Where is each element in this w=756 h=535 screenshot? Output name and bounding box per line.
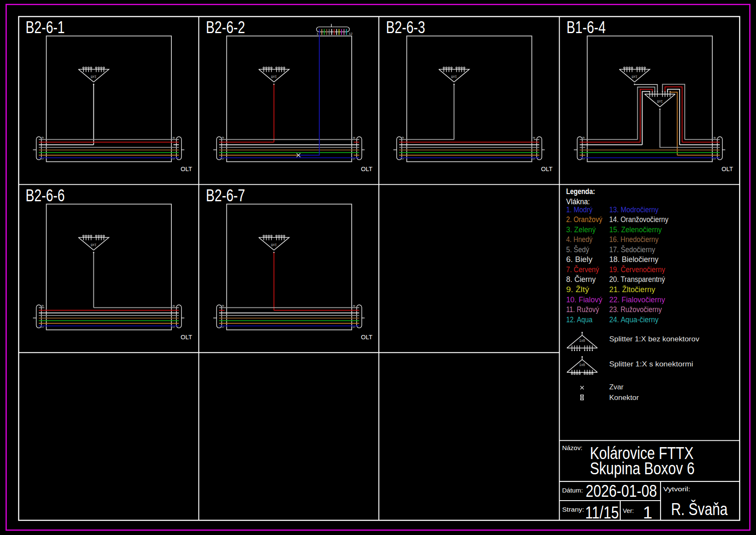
svg-text:9. Žltý: 9. Žltý xyxy=(566,285,589,294)
svg-text:11. Ružový: 11. Ružový xyxy=(566,305,599,314)
svg-text:Strany:: Strany: xyxy=(562,506,584,513)
svg-text:15. Zelenočierny: 15. Zelenočierny xyxy=(609,225,662,234)
svg-text:10. Fialový: 10. Fialový xyxy=(566,296,602,304)
svg-text:12. Aqua: 12. Aqua xyxy=(566,315,593,324)
svg-text:22. Fialovočierny: 22. Fialovočierny xyxy=(609,296,665,304)
svg-text:8: 8 xyxy=(172,137,176,138)
svg-text:8: 8 xyxy=(352,137,356,138)
svg-text:Splitter 1:X s konektormi: Splitter 1:X s konektormi xyxy=(609,360,693,368)
svg-text:17. Šedočierny: 17. Šedočierny xyxy=(609,245,655,254)
svg-text:1. Modrý: 1. Modrý xyxy=(566,206,593,214)
svg-text:8. Čierny: 8. Čierny xyxy=(566,275,596,284)
svg-text:5. Šedý: 5. Šedý xyxy=(566,245,589,254)
svg-text:14. Oranžovočierny: 14. Oranžovočierny xyxy=(609,215,669,224)
svg-text:B2-6-6: B2-6-6 xyxy=(25,186,65,205)
svg-text:1: 1 xyxy=(172,158,176,160)
svg-text:OLT: OLT xyxy=(181,166,192,172)
svg-text:1x8: 1x8 xyxy=(632,75,638,79)
svg-text:8: 8 xyxy=(41,137,45,138)
svg-text:Legenda:: Legenda: xyxy=(566,187,595,196)
svg-text:Skupina Boxov 6: Skupina Boxov 6 xyxy=(590,459,694,478)
svg-text:1: 1 xyxy=(221,158,225,160)
svg-text:Zvar: Zvar xyxy=(609,383,624,391)
svg-text:Splitter 1:X bez konektorov: Splitter 1:X bez konektorov xyxy=(609,335,700,343)
svg-text:1: 1 xyxy=(316,32,319,36)
svg-text:OLT: OLT xyxy=(361,166,372,172)
svg-text:R. Švaňa: R. Švaňa xyxy=(671,500,728,518)
svg-text:12: 12 xyxy=(349,32,353,36)
svg-text:20. Transparentný: 20. Transparentný xyxy=(609,275,665,284)
svg-text:8: 8 xyxy=(713,137,717,138)
svg-text:Konektor: Konektor xyxy=(609,394,639,402)
svg-text:21. Žltočierny: 21. Žltočierny xyxy=(609,285,655,294)
svg-text:8: 8 xyxy=(221,137,225,138)
svg-text:3. Zelený: 3. Zelený xyxy=(566,225,596,234)
svg-text:2. Oranžový: 2. Oranžový xyxy=(566,215,602,224)
svg-text:1: 1 xyxy=(532,158,536,160)
svg-text:B2-6-7: B2-6-7 xyxy=(206,186,245,205)
svg-text:OLT: OLT xyxy=(541,166,552,172)
svg-text:7. Červený: 7. Červený xyxy=(566,265,599,274)
svg-text:1x8: 1x8 xyxy=(91,75,97,79)
svg-text:OLT: OLT xyxy=(181,334,192,341)
svg-text:Vlákna:: Vlákna: xyxy=(566,197,590,206)
svg-text:B1-6-4: B1-6-4 xyxy=(566,18,606,37)
svg-text:8: 8 xyxy=(532,137,536,138)
svg-text:8: 8 xyxy=(172,305,176,307)
svg-text:2026-01-08: 2026-01-08 xyxy=(586,482,657,500)
svg-text:1x8: 1x8 xyxy=(271,75,277,79)
svg-text:6. Biely: 6. Biely xyxy=(566,255,593,264)
svg-text:OLT: OLT xyxy=(361,334,372,341)
svg-text:1x8: 1x8 xyxy=(451,75,457,79)
svg-text:Vytvoril:: Vytvoril: xyxy=(663,485,690,493)
svg-text:1x8: 1x8 xyxy=(579,338,585,343)
svg-text:B2-6-3: B2-6-3 xyxy=(386,18,426,37)
svg-text:19. Červenočierny: 19. Červenočierny xyxy=(609,265,665,274)
svg-text:1: 1 xyxy=(41,326,45,328)
svg-text:1: 1 xyxy=(352,158,356,160)
svg-text:B2-6-1: B2-6-1 xyxy=(25,18,65,37)
svg-text:8: 8 xyxy=(582,137,585,138)
svg-text:23. Ružovočierny: 23. Ružovočierny xyxy=(609,305,662,314)
svg-text:8: 8 xyxy=(401,137,405,138)
svg-text:1: 1 xyxy=(643,503,652,522)
svg-text:24. Aqua-čierny: 24. Aqua-čierny xyxy=(609,315,658,324)
svg-text:8: 8 xyxy=(221,305,225,307)
svg-text:Dátum:: Dátum: xyxy=(562,487,583,494)
svg-text:1: 1 xyxy=(41,158,45,160)
svg-text:11/15: 11/15 xyxy=(585,503,619,522)
svg-text:Názov:: Názov: xyxy=(562,444,582,451)
svg-text:1: 1 xyxy=(582,158,585,160)
svg-text:1: 1 xyxy=(401,158,405,160)
svg-text:16. Hnedočierny: 16. Hnedočierny xyxy=(609,235,658,244)
svg-text:8: 8 xyxy=(352,305,356,307)
svg-text:OLT: OLT xyxy=(722,166,733,172)
svg-text:1x8: 1x8 xyxy=(271,243,277,247)
svg-text:1x8: 1x8 xyxy=(91,243,97,247)
svg-text:1: 1 xyxy=(352,326,356,328)
svg-text:8: 8 xyxy=(41,305,45,307)
svg-text:B2-6-2: B2-6-2 xyxy=(206,18,245,37)
svg-text:13. Modročierny: 13. Modročierny xyxy=(609,206,658,214)
svg-text:Ver:: Ver: xyxy=(623,507,634,514)
svg-text:1: 1 xyxy=(713,158,717,160)
svg-text:1x8: 1x8 xyxy=(579,363,585,367)
svg-text:4. Hnedý: 4. Hnedý xyxy=(566,235,593,244)
svg-text:18. Bieločierny: 18. Bieločierny xyxy=(609,255,658,264)
svg-text:1: 1 xyxy=(221,326,225,328)
svg-text:1: 1 xyxy=(172,326,176,328)
svg-text:1x8: 1x8 xyxy=(657,99,663,104)
